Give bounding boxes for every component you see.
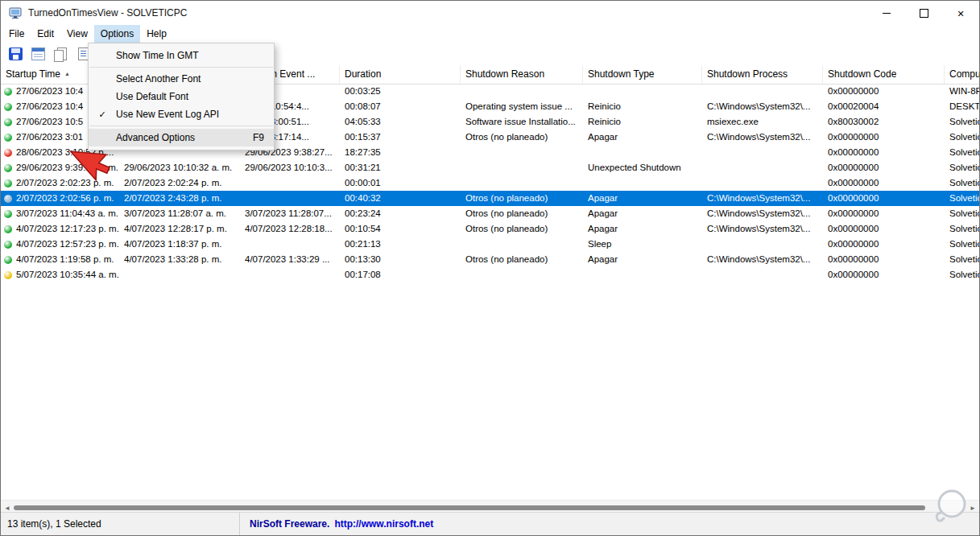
nirsoft-url-link[interactable]: http://www.nirsoft.net: [334, 518, 433, 530]
table-cell: 29/06/2023 10:10:32 a. m.: [119, 160, 240, 175]
menu-separator: [89, 67, 273, 68]
table-cell: 4/07/2023 12:17:23 p. m.: [1, 221, 119, 237]
checkmark-icon: ✓: [89, 109, 116, 120]
status-dot-yellow: [4, 271, 12, 279]
table-row[interactable]: 4/07/2023 1:19:58 p. m.4/07/2023 1:33:28…: [1, 252, 980, 267]
table-row[interactable]: 5/07/2023 10:35:44 a. m.00:17:080x000000…: [1, 267, 980, 282]
table-cell: 0x00020004: [823, 99, 945, 114]
column-header-label: Computer Name: [949, 68, 980, 80]
menubar-item-options[interactable]: Options: [94, 25, 140, 43]
window-title: TurnedOnTimesView - SOLVETICPC: [28, 7, 187, 19]
menu-separator: [89, 126, 273, 126]
table-cell: 2/07/2023 2:02:56 p. m.: [1, 191, 119, 206]
menubar-item-view[interactable]: View: [60, 25, 94, 43]
table-row[interactable]: 4/07/2023 12:57:23 p. m.4/07/2023 1:18:3…: [1, 237, 980, 252]
table-cell: 5/07/2023 10:35:44 a. m.: [1, 267, 119, 282]
close-button[interactable]: [942, 1, 979, 25]
table-cell: 4/07/2023 1:33:28 p. m.: [119, 252, 240, 267]
column-header-duration[interactable]: Duration: [340, 65, 461, 84]
status-bar: 13 item(s), 1 Selected NirSoft Freeware.…: [1, 512, 979, 535]
table-cell: [461, 237, 583, 252]
menu-item-label: Use New Event Log API: [116, 109, 219, 120]
table-cell: Reinicio: [583, 114, 702, 130]
properties-icon: [78, 47, 89, 60]
table-cell: 3/07/2023 11:28:07 a. m.: [119, 206, 240, 221]
table-cell: [702, 175, 823, 191]
options-dropdown-menu: Show Time In GMTSelect Another FontUse D…: [88, 43, 275, 150]
status-dot-green: [4, 179, 12, 188]
column-header-shutdown-code[interactable]: Shutdown Code: [823, 65, 945, 84]
table-cell: 00:40:32: [340, 191, 461, 206]
table-cell: 0x00000000: [823, 145, 945, 160]
menu-item-use-new-event-log-api[interactable]: ✓Use New Event Log API: [89, 105, 274, 123]
table-cell: [461, 160, 583, 175]
table-row[interactable]: 3/07/2023 11:04:43 a. m.3/07/2023 11:28:…: [1, 206, 980, 221]
table-cell: 00:00:01: [340, 175, 461, 191]
export-button[interactable]: [28, 44, 48, 64]
table-cell: 18:27:35: [340, 145, 461, 160]
table-cell: [702, 160, 823, 175]
table-cell: 0x00000000: [823, 191, 945, 206]
table-row[interactable]: 2/07/2023 2:02:56 p. m.2/07/2023 2:43:28…: [1, 191, 980, 206]
table-cell: 0x00000000: [823, 252, 945, 267]
table-cell: Otros (no planeado): [461, 206, 583, 221]
table-cell: C:\Windows\System32\...: [702, 221, 823, 237]
menu-item-use-default-font[interactable]: Use Default Font: [89, 88, 274, 105]
column-header-computer-name[interactable]: Computer Name: [945, 65, 980, 84]
minimize-button[interactable]: [868, 1, 905, 25]
table-cell: C:\Windows\System32\...: [702, 99, 823, 114]
table-cell: 4/07/2023 1:19:58 p. m.: [1, 252, 119, 267]
table-cell: [583, 145, 702, 160]
table-cell: Solvetic: [945, 114, 980, 130]
save-button[interactable]: [6, 44, 25, 64]
status-items-count: 13 item(s), 1 Selected: [1, 513, 240, 535]
table-cell: Operating system issue ...: [461, 99, 583, 114]
window-controls: [868, 1, 979, 25]
table-cell: [461, 84, 583, 99]
startup-time-text: 5/07/2023 10:35:44 a. m.: [16, 267, 119, 282]
menubar-item-help[interactable]: Help: [140, 25, 173, 43]
table-cell: [240, 175, 340, 191]
menu-item-select-another-font[interactable]: Select Another Font: [89, 70, 274, 88]
table-cell: Solvetic: [945, 267, 980, 282]
startup-time-text: 4/07/2023 12:57:23 p. m.: [16, 237, 119, 252]
startup-time-text: 4/07/2023 1:19:58 p. m.: [16, 252, 114, 267]
table-cell: 0x00000000: [823, 175, 945, 191]
status-dot-green: [4, 118, 12, 126]
table-cell: [240, 237, 340, 252]
table-cell: [240, 191, 340, 206]
table-cell: C:\Windows\System32\...: [702, 130, 823, 145]
table-cell: Solvetic: [945, 191, 980, 206]
table-row[interactable]: 4/07/2023 12:17:23 p. m.4/07/2023 12:28:…: [1, 221, 980, 237]
minimize-icon: [883, 13, 891, 14]
table-cell: 4/07/2023 12:57:23 p. m.: [1, 237, 119, 252]
column-header-shutdown-reason[interactable]: Shutdown Reason: [461, 65, 583, 84]
status-dot-red: [4, 149, 12, 157]
column-header-shutdown-type[interactable]: Shutdown Type: [583, 65, 702, 84]
table-row[interactable]: 29/06/2023 9:39:11 a. m.29/06/2023 10:10…: [1, 160, 980, 175]
table-cell: C:\Windows\System32\...: [702, 191, 823, 206]
menubar-item-file[interactable]: File: [2, 25, 31, 43]
table-cell: [583, 84, 702, 99]
column-header-shutdown-process[interactable]: Shutdown Process: [702, 65, 823, 84]
table-cell: Reinicio: [583, 99, 702, 114]
menubar-item-edit[interactable]: Edit: [31, 25, 60, 43]
menu-item-advanced-options[interactable]: Advanced OptionsF9: [89, 129, 274, 146]
table-row[interactable]: 2/07/2023 2:02:23 p. m.2/07/2023 2:02:24…: [1, 175, 980, 191]
copy-button[interactable]: [51, 44, 70, 64]
maximize-icon: [920, 9, 928, 18]
startup-time-text: 2/07/2023 2:02:56 p. m.: [16, 191, 114, 206]
freeware-label: NirSoft Freeware.: [250, 518, 329, 530]
startup-time-text: 4/07/2023 12:17:23 p. m.: [16, 221, 119, 237]
menu-item-show-time-in-gmt[interactable]: Show Time In GMT: [89, 47, 274, 64]
table-cell: 4/07/2023 12:28:17 p. m.: [119, 221, 240, 237]
status-dot-blue: [4, 195, 12, 203]
table-cell: Unexpected Shutdown: [583, 160, 702, 175]
scrollbar-thumb[interactable]: [14, 505, 925, 510]
startup-time-text: 27/06/2023 10:5: [16, 114, 83, 130]
column-header-label: Shutdown Code: [828, 68, 896, 80]
table-cell: 3/07/2023 11:28:07...: [240, 206, 340, 221]
column-header-label: Shutdown Type: [588, 68, 655, 80]
maximize-button[interactable]: [905, 1, 942, 25]
status-brand: NirSoft Freeware. http://www.nirsoft.net: [240, 518, 433, 530]
